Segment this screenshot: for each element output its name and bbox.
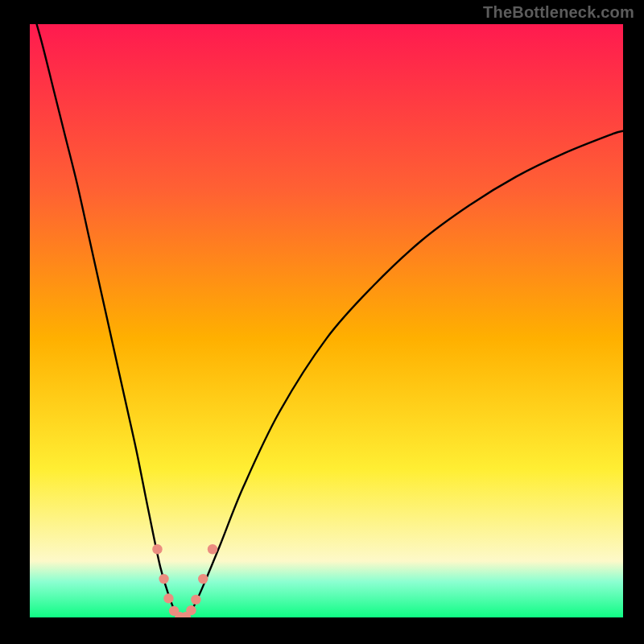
bottleneck-marker bbox=[152, 544, 162, 554]
bottleneck-marker bbox=[159, 574, 168, 584]
bottleneck-marker bbox=[163, 593, 173, 603]
plot-area bbox=[30, 24, 623, 617]
bottleneck-marker bbox=[186, 605, 196, 615]
bottleneck-marker bbox=[198, 574, 208, 584]
chart-frame: TheBottleneck.com bbox=[0, 0, 644, 644]
bottleneck-marker bbox=[191, 595, 200, 605]
gradient-background bbox=[30, 24, 623, 617]
chart-svg bbox=[30, 24, 623, 617]
watermark-text: TheBottleneck.com bbox=[483, 3, 634, 22]
bottleneck-marker bbox=[208, 544, 217, 554]
